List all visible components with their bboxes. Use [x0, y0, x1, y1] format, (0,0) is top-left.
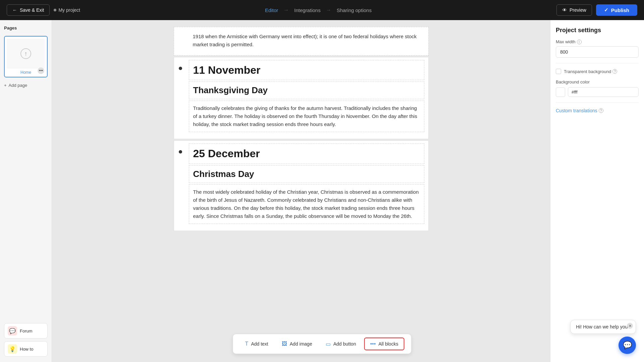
dayname-block-november[interactable]: Thanksgiving Day: [189, 81, 424, 99]
dots-icon: •••: [370, 341, 376, 347]
section-november: 11 November Thanksgiving Day Traditional…: [174, 57, 429, 139]
bottom-toolbar: T Add text 🖼 Add image ▭ Add button ••• …: [233, 334, 412, 354]
bullet-col-november: [174, 57, 187, 139]
custom-translations-section: Custom translations ?: [556, 108, 639, 113]
date-heading-december: 25 December: [193, 147, 260, 160]
bullet-col-december: [174, 141, 187, 230]
forum-icon: 💬: [8, 326, 17, 336]
top-navigation: ← Save & Exit My project Editor → Integr…: [0, 0, 644, 20]
editor-area: 1918 when the Armistice with Germany wen…: [52, 20, 550, 362]
nav-right: 👁 Preview ✓ Publish: [556, 4, 637, 16]
nav-integrations[interactable]: Integrations: [294, 7, 320, 13]
day-name-december: Christmas Day: [193, 169, 254, 179]
settings-divider-1: [556, 63, 639, 63]
date-block-november[interactable]: 11 November: [189, 60, 424, 80]
section-december: 25 December Christmas Day The most widel…: [174, 140, 429, 231]
back-arrow-icon: ←: [12, 7, 17, 13]
image-icon: 🖼: [282, 341, 287, 347]
bg-color-swatch[interactable]: [556, 87, 565, 97]
nav-sharing-options[interactable]: Sharing options: [337, 7, 372, 13]
page-thumb-icon: ↑: [20, 48, 31, 59]
publish-button[interactable]: ✓ Publish: [596, 4, 637, 16]
plus-icon: +: [4, 83, 7, 88]
bullet-dot-december: [179, 150, 182, 154]
chat-fab-icon: 💬: [623, 341, 632, 350]
button-icon: ▭: [326, 341, 331, 347]
sidebar-item-howto[interactable]: 💡 How to: [4, 341, 48, 357]
nav-left: ← Save & Exit My project: [7, 4, 80, 16]
bg-color-row: [556, 87, 639, 97]
add-button-button[interactable]: ▭ Add button: [320, 338, 362, 350]
project-name: My project: [54, 7, 80, 13]
page-options-button[interactable]: •••: [38, 67, 44, 74]
chat-bubble-text: Hi! How can we help you?: [576, 324, 630, 329]
date-block-december[interactable]: 25 December: [189, 143, 424, 164]
max-width-section: Max width i: [556, 39, 639, 58]
dayname-block-december[interactable]: Christmas Day: [189, 165, 424, 183]
desc-block-november[interactable]: Traditionally celebrates the giving of t…: [189, 101, 424, 132]
all-blocks-button[interactable]: ••• All blocks: [364, 338, 404, 350]
desc-text-december: The most widely celebrated holiday of th…: [193, 188, 420, 220]
add-text-button[interactable]: T Add text: [240, 338, 274, 350]
partial-text-block[interactable]: 1918 when the Armistice with Germany wen…: [174, 27, 429, 56]
save-exit-label: Save & Exit: [20, 7, 44, 13]
howto-label: How to: [20, 347, 33, 352]
nav-arrow-1: →: [283, 7, 289, 13]
custom-translations-info-icon: ?: [599, 108, 603, 113]
bg-color-input[interactable]: [568, 87, 639, 97]
pages-title: Pages: [4, 25, 48, 31]
left-sidebar: Pages ↑ Home ••• + Add page 💬 Forum 💡 Ho…: [0, 20, 52, 362]
eye-icon: 👁: [562, 7, 567, 13]
transparent-bg-section: Transparent background ?: [556, 69, 639, 74]
preview-button[interactable]: 👁 Preview: [556, 4, 592, 16]
desc-block-december[interactable]: The most widely celebrated holiday of th…: [189, 184, 424, 224]
check-icon: ✓: [604, 7, 608, 13]
bg-color-label: Background color: [556, 79, 639, 84]
chat-close-button[interactable]: ✕: [627, 323, 633, 329]
max-width-info-icon: i: [577, 40, 582, 44]
bullet-dot-november: [179, 67, 182, 70]
max-width-label: Max width i: [556, 39, 639, 44]
sidebar-item-forum[interactable]: 💬 Forum: [4, 323, 48, 339]
transparent-bg-row: Transparent background ?: [556, 69, 639, 74]
desc-text-november: Traditionally celebrates the giving of t…: [193, 104, 420, 128]
forum-label: Forum: [20, 328, 33, 334]
text-icon: T: [245, 341, 249, 347]
settings-divider-2: [556, 102, 639, 103]
page-thumb-preview: ↑: [7, 39, 45, 69]
settings-title: Project settings: [556, 27, 639, 34]
project-dot-icon: [54, 9, 56, 11]
howto-icon: 💡: [8, 344, 17, 354]
max-width-input[interactable]: [556, 46, 639, 58]
section-content-december: 25 December Christmas Day The most widel…: [187, 141, 428, 230]
section-content-november: 11 November Thanksgiving Day Traditional…: [187, 57, 428, 139]
transparent-bg-label: Transparent background ?: [564, 69, 617, 74]
partial-text-content: 1918 when the Armistice with Germany wen…: [193, 33, 420, 49]
day-name-november: Thanksgiving Day: [193, 85, 268, 95]
main-layout: Pages ↑ Home ••• + Add page 💬 Forum 💡 Ho…: [0, 20, 644, 362]
nav-center: Editor → Integrations → Sharing options: [265, 7, 372, 13]
date-heading-november: 11 November: [193, 64, 261, 76]
nav-editor[interactable]: Editor: [265, 7, 278, 13]
nav-arrow-2: →: [326, 7, 331, 13]
chat-bubble: Hi! How can we help you? ✕: [570, 320, 636, 334]
transparent-bg-info-icon: ?: [612, 69, 617, 74]
custom-translations-link[interactable]: Custom translations ?: [556, 108, 639, 113]
bg-color-section: Background color: [556, 79, 639, 97]
transparent-bg-checkbox[interactable]: [556, 69, 561, 74]
chat-fab-button[interactable]: 💬: [619, 337, 636, 354]
add-page-button[interactable]: + Add page: [4, 81, 48, 89]
right-sidebar: Project settings Max width i Transparent…: [550, 20, 644, 362]
save-exit-button[interactable]: ← Save & Exit: [7, 4, 50, 16]
add-image-button[interactable]: 🖼 Add image: [276, 338, 318, 350]
home-page-thumbnail[interactable]: ↑ Home •••: [4, 36, 48, 77]
sidebar-bottom-tools: 💬 Forum 💡 How to: [4, 323, 48, 357]
